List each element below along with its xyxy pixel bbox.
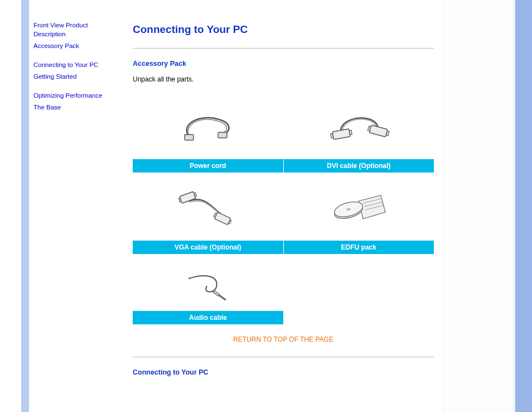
right-page-edge: [443, 0, 513, 412]
svg-rect-2: [332, 129, 350, 140]
page-title: Connecting to Your PC: [133, 23, 434, 36]
grid-row-1-labels: Power cord DVI cable (Optional): [133, 159, 434, 173]
right-margin-strip: [515, 0, 532, 412]
main-content: Connecting to Your PC Accessory Pack Unp…: [133, 23, 434, 384]
label-dvi-cable: DVI cable (Optional): [284, 159, 434, 173]
svg-rect-5: [369, 125, 388, 137]
dvi-cable-icon: [322, 108, 395, 147]
vga-cable-icon: [172, 190, 244, 229]
svg-rect-4: [349, 130, 352, 135]
power-cord-icon: [175, 111, 241, 145]
label-audio-cable: Audio cable: [133, 311, 283, 324]
label-power-cord: Power cord: [133, 159, 284, 173]
label-vga-cable: VGA cable (Optional): [133, 241, 284, 254]
sidebar-link-the-base[interactable]: The Base: [33, 103, 120, 112]
sidebar-link-getting-started[interactable]: Getting Started: [33, 73, 120, 82]
unpack-text: Unpack all the parts.: [133, 75, 434, 83]
section-accessory-pack: Accessory Pack: [133, 60, 434, 68]
accessory-grid: Power cord DVI cable (Optional): [133, 100, 434, 324]
return-to-top-link[interactable]: RETURN TO TOP OF THE PAGE: [133, 336, 434, 343]
sidebar-link-connecting[interactable]: Connecting to Your PC: [33, 61, 120, 70]
sidebar-nav: Front View Product Description Accessory…: [33, 21, 120, 116]
divider: [133, 48, 434, 49]
grid-row-3-labels: Audio cable: [133, 311, 434, 324]
left-margin-strip: [21, 0, 29, 412]
grid-row-1-images: [133, 100, 434, 156]
grid-row-3-images: [133, 263, 434, 308]
sidebar-link-accessory-pack[interactable]: Accessory Pack: [33, 42, 120, 51]
label-edfu-pack: EDFU pack: [284, 241, 434, 254]
svg-rect-1: [218, 132, 227, 138]
divider-2: [133, 357, 434, 357]
svg-rect-21: [219, 295, 226, 300]
edfu-pack-icon: [325, 190, 392, 229]
sidebar-link-optimizing[interactable]: Optimizing Performance: [33, 92, 120, 100]
section-connecting: Connecting to Your PC: [133, 368, 434, 376]
svg-rect-3: [331, 133, 333, 138]
svg-rect-0: [185, 135, 194, 140]
audio-cable-icon: [175, 270, 241, 301]
grid-row-2-labels: VGA cable (Optional) EDFU pack: [133, 241, 434, 254]
grid-row-2-images: [133, 181, 434, 237]
sidebar-link-front-view[interactable]: Front View Product Description: [33, 21, 120, 39]
